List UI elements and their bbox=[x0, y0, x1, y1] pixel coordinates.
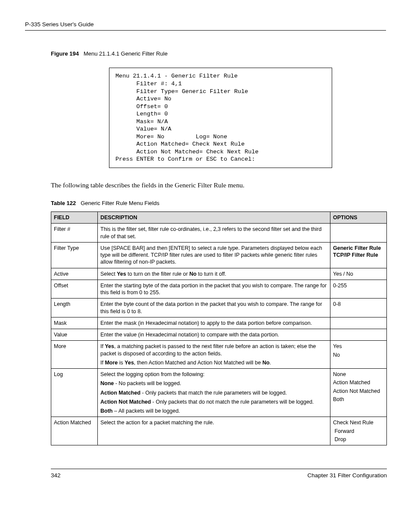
running-header: P-335 Series User's Guide bbox=[25, 21, 386, 31]
cell-field: Filter # bbox=[51, 224, 98, 243]
table-row: Action MatchedSelect the action for a pa… bbox=[51, 417, 387, 445]
figure-caption: Figure 194 Menu 21.1.4.1 Generic Filter … bbox=[51, 50, 386, 58]
cell-description: Enter the starting byte of the data port… bbox=[98, 280, 330, 299]
table-row: LogSelect the logging option from the fo… bbox=[51, 369, 387, 417]
page-number: 342 bbox=[51, 472, 61, 479]
cell-field: Length bbox=[51, 299, 98, 317]
table-row: ValueEnter the value (in Hexadecimal not… bbox=[51, 329, 387, 341]
cell-field: Filter Type bbox=[51, 242, 98, 268]
cell-field: Mask bbox=[51, 317, 98, 329]
table-header-row: FIELD DESCRIPTION OPTIONS bbox=[51, 212, 387, 224]
cell-description: Select the logging option from the follo… bbox=[98, 369, 330, 417]
cell-field: Value bbox=[51, 329, 98, 341]
menu-screenshot-box: Menu 21.1.4.1 - Generic Filter Rule Filt… bbox=[109, 68, 332, 168]
table-title: Generic Filter Rule Menu Fields bbox=[81, 200, 159, 206]
chapter-label: Chapter 31 Filter Configuration bbox=[307, 472, 387, 479]
cell-options: Check Next Rule Forward Drop bbox=[330, 417, 387, 445]
table-row: MoreIf Yes, a matching packet is passed … bbox=[51, 341, 387, 369]
cell-options: Generic Filter RuleTCP/IP Filter Rule bbox=[330, 242, 387, 268]
intro-paragraph: The following table describes the fields… bbox=[51, 181, 386, 190]
table-row: Filter TypeUse [SPACE BAR] and then [ENT… bbox=[51, 242, 387, 268]
figure-label: Figure 194 bbox=[51, 50, 79, 57]
table-row: LengthEnter the byte count of the data p… bbox=[51, 299, 387, 317]
cell-options: YesNo bbox=[330, 341, 387, 369]
cell-description: Use [SPACE BAR] and then [ENTER] to sele… bbox=[98, 242, 330, 268]
cell-field: Log bbox=[51, 369, 98, 417]
table-label: Table 122 bbox=[51, 200, 76, 206]
table-body: Filter #This is the filter set, filter r… bbox=[51, 224, 387, 445]
cell-options bbox=[330, 329, 387, 341]
cell-options: 0-8 bbox=[330, 299, 387, 317]
figure-title: Menu 21.1.4.1 Generic Filter Rule bbox=[84, 50, 168, 57]
header-title: P-335 Series User's Guide bbox=[25, 21, 93, 28]
th-desc: DESCRIPTION bbox=[98, 212, 330, 224]
cell-description: Enter the mask (in Hexadecimal notation)… bbox=[98, 317, 330, 329]
cell-description: Select the action for a packet matching … bbox=[98, 417, 330, 445]
cell-description: Enter the byte count of the data portion… bbox=[98, 299, 330, 317]
cell-options bbox=[330, 317, 387, 329]
table-row: ActiveSelect Yes to turn on the filter r… bbox=[51, 268, 387, 280]
cell-description: Enter the value (in Hexadecimal notation… bbox=[98, 329, 330, 341]
th-opts: OPTIONS bbox=[330, 212, 387, 224]
fields-table: FIELD DESCRIPTION OPTIONS Filter #This i… bbox=[51, 212, 387, 445]
page-footer: 342 Chapter 31 Filter Configuration bbox=[51, 469, 387, 479]
cell-description: This is the filter set, filter rule co-o… bbox=[98, 224, 330, 243]
cell-description: If Yes, a matching packet is passed to t… bbox=[98, 341, 330, 369]
cell-options: 0-255 bbox=[330, 280, 387, 299]
cell-options: Yes / No bbox=[330, 268, 387, 280]
th-field: FIELD bbox=[51, 212, 98, 224]
cell-options bbox=[330, 224, 387, 243]
table-row: MaskEnter the mask (in Hexadecimal notat… bbox=[51, 317, 387, 329]
table-row: OffsetEnter the starting byte of the dat… bbox=[51, 280, 387, 299]
cell-field: Action Matched bbox=[51, 417, 98, 445]
cell-description: Select Yes to turn on the filter rule or… bbox=[98, 268, 330, 280]
cell-field: Active bbox=[51, 268, 98, 280]
cell-options: NoneAction MatchedAction Not MatchedBoth bbox=[330, 369, 387, 417]
cell-field: More bbox=[51, 341, 98, 369]
cell-field: Offset bbox=[51, 280, 98, 299]
table-caption: Table 122 Generic Filter Rule Menu Field… bbox=[51, 200, 386, 207]
table-row: Filter #This is the filter set, filter r… bbox=[51, 224, 387, 243]
